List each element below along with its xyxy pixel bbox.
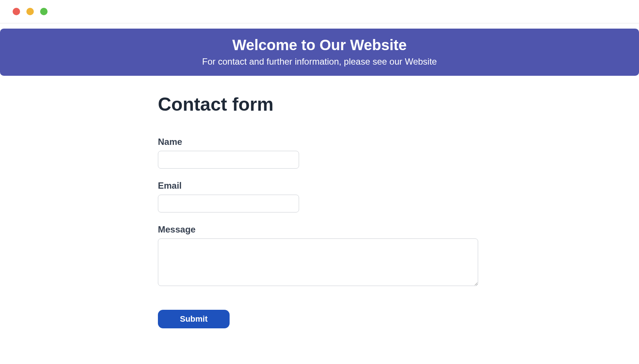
window-maximize-icon[interactable]	[40, 8, 48, 15]
content: Contact form Name Email Message Submit	[158, 76, 481, 328]
email-input[interactable]	[158, 195, 299, 212]
window-minimize-icon[interactable]	[26, 8, 34, 15]
message-label: Message	[158, 224, 481, 235]
name-input[interactable]	[158, 151, 299, 169]
form-group-email: Email	[158, 181, 481, 212]
name-label: Name	[158, 137, 481, 147]
form-group-name: Name	[158, 137, 481, 169]
banner-title: Welcome to Our Website	[0, 37, 639, 53]
banner-subtitle: For contact and further information, ple…	[0, 56, 639, 67]
page-heading: Contact form	[158, 94, 481, 115]
message-textarea[interactable]	[158, 238, 478, 286]
banner: Welcome to Our Website For contact and f…	[0, 29, 639, 76]
window-close-icon[interactable]	[13, 8, 20, 15]
window-chrome	[0, 0, 639, 23]
form-group-message: Message	[158, 224, 481, 287]
submit-button[interactable]: Submit	[158, 310, 230, 328]
traffic-lights	[13, 8, 48, 15]
email-label: Email	[158, 181, 481, 191]
